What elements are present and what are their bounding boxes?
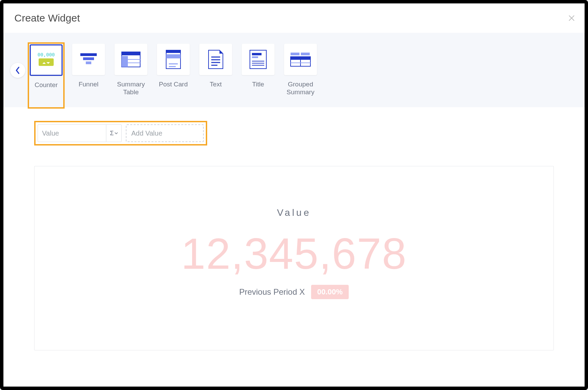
widget-type-title-label: Title [241,81,275,88]
widget-type-grouped-summary: Grouped Summary [283,44,318,107]
widget-type-summary-table-label: Summary Table [114,81,148,96]
preview-area: Value 12,345,678 Previous Period X 00.00… [3,145,585,350]
modal-frame: Create Widget 00,000 Counter [0,0,588,390]
widget-type-text-label: Text [199,81,233,88]
svg-rect-10 [166,50,181,69]
widget-type-post-card-label: Post Card [156,81,190,88]
widget-type-summary-table-thumb[interactable] [115,44,147,75]
svg-rect-20 [252,53,262,55]
grouped-summary-icon [290,52,311,67]
widget-type-post-card-thumb[interactable] [157,44,190,75]
svg-rect-4 [86,61,91,64]
svg-rect-3 [83,57,94,60]
widget-type-title-thumb[interactable] [242,44,275,75]
text-icon [208,50,224,69]
post-card-icon [165,50,181,69]
chevron-left-icon [15,67,20,74]
add-value-button[interactable]: Add Value [126,124,204,142]
sigma-icon: Σ [110,130,113,137]
value-field: Value Σ [38,124,122,142]
close-button[interactable] [567,13,576,23]
modal-title: Create Widget [14,12,80,24]
svg-rect-21 [252,56,258,58]
widget-type-grouped-summary-thumb[interactable] [284,44,317,75]
widget-type-counter-label: Counter [30,81,63,89]
widget-type-counter-thumb[interactable]: 00,000 [30,44,63,76]
widget-type-counter: 00,000 Counter [29,44,63,107]
widget-type-summary-table: Summary Table [114,44,148,107]
funnel-icon [79,52,98,67]
preview-value-number: 12,345,678 [35,228,553,279]
title-icon [249,50,267,69]
svg-rect-11 [166,50,181,53]
svg-rect-12 [166,54,181,58]
widget-type-text: Text [199,44,233,107]
summary-table-icon [121,51,141,68]
preview-change-badge: 00.00% [311,285,349,299]
widget-type-grouped-summary-label: Grouped Summary [283,81,318,96]
widget-type-text-thumb[interactable] [199,44,232,75]
preview-previous-label: Previous Period X [239,287,305,297]
counter-preview: Value 12,345,678 Previous Period X 00.00… [34,166,554,350]
widget-type-post-card: Post Card [156,44,190,107]
field-config-area: Value Σ Add Value [3,107,585,145]
value-field-input[interactable]: Value [38,124,106,142]
svg-rect-1 [39,58,54,66]
widget-type-funnel-label: Funnel [71,81,106,88]
field-row: Value Σ Add Value [34,121,207,145]
preview-value-label: Value [35,207,553,218]
caret-down-icon [115,132,118,134]
svg-rect-25 [291,53,299,55]
widget-type-funnel-thumb[interactable] [72,44,105,75]
close-icon [568,15,575,22]
svg-rect-26 [301,53,310,55]
widget-type-funnel: Funnel [71,44,106,107]
widget-type-strip: 00,000 Counter Funnel [3,33,585,107]
svg-text:00,000: 00,000 [38,52,55,57]
nav-back-button[interactable] [10,63,25,78]
widget-type-title: Title [241,44,275,107]
modal-header: Create Widget [3,3,585,33]
svg-rect-2 [80,53,97,56]
aggregate-dropdown[interactable]: Σ [106,124,122,142]
preview-footer: Previous Period X 00.00% [35,285,553,299]
counter-icon: 00,000 [35,51,57,69]
svg-rect-6 [122,52,140,55]
svg-rect-7 [122,56,128,67]
